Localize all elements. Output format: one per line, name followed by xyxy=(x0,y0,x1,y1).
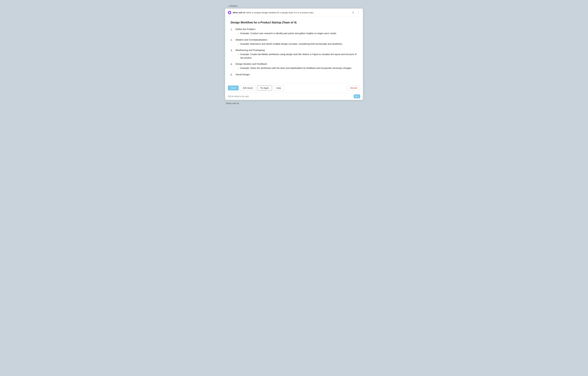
item-heading: Design Iteration and Feedback: xyxy=(236,63,357,65)
panel-header: Write with AI: Write a compact design wo… xyxy=(225,9,363,17)
bullet-list: • Example: Conduct user research to iden… xyxy=(236,32,357,35)
item-number: 2. xyxy=(231,38,234,46)
list-item: 4. Design Iteration and Feedback: • Exam… xyxy=(231,63,357,70)
document-title: Design Workflow for a Product Startup (T… xyxy=(231,21,357,24)
panel-title-text: Write a compact design workflow for a de… xyxy=(246,11,315,14)
header-icons: ℹ ⋮ xyxy=(351,11,360,14)
item-content: Wireframing and Prototyping: • Example: … xyxy=(236,49,357,60)
list-item: 3. Wireframing and Prototyping: • Exampl… xyxy=(231,49,357,60)
more-options-icon[interactable]: ⋮ xyxy=(357,11,360,14)
list-item: 1. Define the Problem: • Example: Conduc… xyxy=(231,28,357,35)
item-number: 3. xyxy=(231,49,234,60)
copy-button[interactable]: Copy xyxy=(273,85,284,91)
bullet-text: Example: Conduct user research to identi… xyxy=(240,32,337,35)
bullet-text: Example: Brainstorm and sketch multiple … xyxy=(240,42,343,46)
item-content: Ideation and Conceptualization: • Exampl… xyxy=(236,38,357,46)
list-item: 5. Visual Design: xyxy=(231,73,357,77)
ai-icon xyxy=(228,11,231,14)
panel-title: Write with AI: Write a compact design wo… xyxy=(233,11,350,14)
bullet-text: Example: Create low-fidelity wireframes … xyxy=(240,53,357,60)
code-tag: </body> xyxy=(228,5,238,7)
ai-panel: Write with AI: Write a compact design wo… xyxy=(225,9,363,100)
item-number: 5. xyxy=(231,73,234,77)
item-heading: Define the Problem: xyxy=(236,28,357,31)
item-number: 1. xyxy=(231,28,234,35)
item-heading: Wireframing and Prototyping: xyxy=(236,49,357,52)
tell-ai-send-button[interactable]: ⌘↩ xyxy=(354,94,360,98)
bullet-list: • Example: Brainstorm and sketch multipl… xyxy=(236,42,357,46)
item-content: Define the Problem: • Example: Conduct u… xyxy=(236,28,357,35)
bullet-list: • Example: Create low-fidelity wireframe… xyxy=(236,53,357,60)
info-icon[interactable]: ℹ xyxy=(351,11,355,14)
item-heading: Visual Design: xyxy=(236,73,357,76)
numbered-list: 1. Define the Problem: • Example: Conduc… xyxy=(231,28,357,77)
bullet-item: • Example: Conduct user research to iden… xyxy=(238,32,357,35)
bullet-dot: • xyxy=(238,53,239,60)
item-heading: Ideation and Conceptualization: xyxy=(236,38,357,41)
action-bar: Insert Edit Inputs Try Again Copy Discar… xyxy=(225,83,363,93)
content-area: Design Workflow for a Product Startup (T… xyxy=(225,17,363,83)
bullet-text: Example: Share the wireframes with the t… xyxy=(240,66,352,70)
bullet-item: • Example: Share the wireframes with the… xyxy=(238,66,357,70)
insert-button[interactable]: Insert xyxy=(228,85,239,90)
list-item: 2. Ideation and Conceptualization: • Exa… xyxy=(231,38,357,46)
bullet-list: • Example: Share the wireframes with the… xyxy=(236,66,357,70)
panel-title-bold: Write with AI: xyxy=(233,11,246,14)
bullet-dot: • xyxy=(238,42,239,46)
tell-ai-bar: ⌘↩ xyxy=(225,93,363,100)
send-shortcut: ⌘↩ xyxy=(355,95,359,97)
write-with-ai-label: /Write with AI xyxy=(226,102,239,105)
item-content: Design Iteration and Feedback: • Example… xyxy=(236,63,357,70)
tell-ai-input[interactable] xyxy=(228,95,352,98)
try-again-button[interactable]: Try Again xyxy=(257,85,272,91)
item-content: Visual Design: xyxy=(236,73,357,77)
bullet-item: • Example: Create low-fidelity wireframe… xyxy=(238,53,357,60)
bullet-dot: • xyxy=(238,66,239,70)
bullet-item: • Example: Brainstorm and sketch multipl… xyxy=(238,42,357,46)
discard-button[interactable]: Discard xyxy=(347,85,360,91)
item-number: 4. xyxy=(231,63,234,70)
edit-inputs-button[interactable]: Edit Inputs xyxy=(240,85,256,91)
bullet-dot: • xyxy=(238,32,239,35)
